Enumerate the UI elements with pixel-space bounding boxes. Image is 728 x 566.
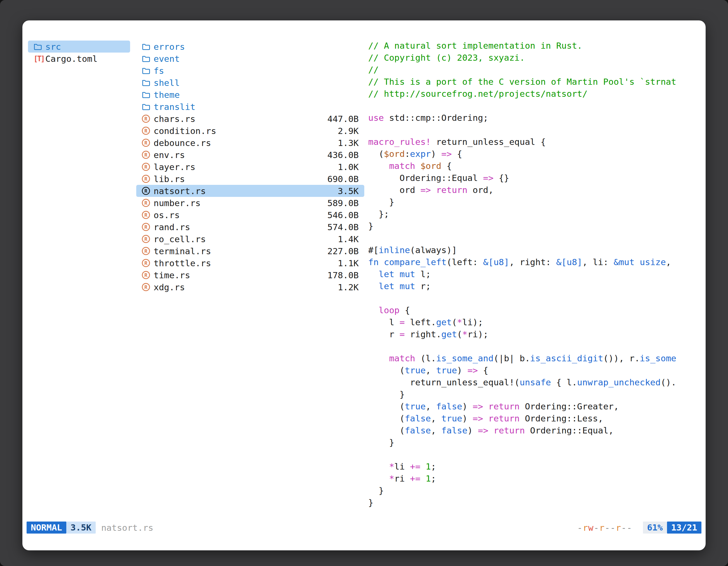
code-line: // (368, 65, 700, 77)
code-token (421, 461, 426, 471)
code-line (368, 449, 700, 461)
entry-name: src (45, 42, 61, 52)
entry-size: 3.5K (338, 186, 359, 196)
code-token: unwrap_unchecked (577, 377, 661, 387)
rust-file-icon: R (142, 271, 150, 279)
code-token: * (462, 329, 468, 339)
entry-name: ro_cell.rs (154, 234, 206, 244)
code-token: l (368, 317, 400, 327)
entry-name: rand.rs (154, 222, 190, 232)
code-line: }; (368, 209, 700, 221)
code-token: , (426, 365, 436, 375)
code-token: true (436, 365, 457, 375)
code-token: return (436, 185, 468, 195)
folder-row[interactable]: event (136, 53, 364, 65)
code-token: 1 (426, 473, 431, 483)
code-token: { (400, 305, 410, 315)
code-token: is_ascii_digit (530, 353, 603, 363)
code-token: $ord (421, 161, 442, 171)
code-token: => (483, 173, 494, 183)
code-token: += (410, 461, 420, 471)
code-token: inline (379, 245, 410, 255)
entry-name: Cargo.toml (45, 54, 98, 64)
file-row[interactable]: Rrand.rs574.0B (136, 221, 364, 233)
file-row[interactable]: Rro_cell.rs1.4K (136, 233, 364, 245)
code-token (379, 257, 384, 267)
code-token: => (478, 425, 488, 435)
code-token: r; (415, 281, 431, 291)
code-token (368, 161, 389, 171)
folder-row[interactable]: fs (136, 65, 364, 77)
entry-name: terminal.rs (154, 246, 211, 256)
file-row[interactable]: Renv.rs436.0B (136, 149, 364, 161)
entry-name: fs (154, 66, 164, 76)
code-token: ord (368, 185, 421, 195)
permissions-text: -rw-r--r-- (577, 523, 632, 533)
code-token: = (400, 317, 405, 327)
file-row[interactable]: Rnatsort.rs3.5K (136, 185, 364, 197)
code-token: } (368, 197, 394, 207)
entry-icon-slot: R (142, 235, 154, 243)
status-bar: NORMAL 3.5K natsort.rs -rw-r--r-- 61% 13… (27, 522, 701, 534)
code-token: ()), r. (603, 353, 640, 363)
code-line: macro_rules! return_unless_equal { (368, 137, 700, 149)
entry-size: 546.0B (327, 210, 359, 220)
folder-row[interactable]: theme (136, 89, 364, 101)
code-line: loop { (368, 305, 700, 317)
code-line: *ri += 1; (368, 473, 700, 485)
file-row[interactable]: Rthrottle.rs1.1K (136, 257, 364, 269)
code-token: // http://sourcefrog.net/projects/natsor… (368, 89, 588, 99)
file-row[interactable]: Rterminal.rs227.0B (136, 245, 364, 257)
code-token: } (368, 497, 374, 508)
code-line: let mut l; (368, 269, 700, 281)
code-token: += (410, 473, 420, 483)
entry-name: translit (154, 102, 195, 112)
code-token (368, 461, 389, 471)
permission-char: - (605, 523, 610, 533)
file-row[interactable]: Rcondition.rs2.9K (136, 125, 364, 137)
code-token: #[ (368, 245, 379, 255)
code-line: r = right.get(*ri); (368, 329, 700, 341)
rust-file-icon: R (142, 259, 150, 267)
permission-char: - (610, 523, 616, 533)
code-token: // Copyright (c) 2023, sxyazi. (368, 53, 525, 63)
entry-icon-slot: R (142, 271, 154, 279)
code-token: return_unless_equal!( (368, 377, 520, 387)
file-row[interactable]: Rxdg.rs1.2K (136, 281, 364, 293)
code-token: Ordering::Greater, (520, 401, 619, 411)
file-row[interactable]: Rchars.rs447.0B (136, 113, 364, 125)
folder-row[interactable]: shell (136, 77, 364, 89)
code-token: use (368, 113, 384, 123)
file-row[interactable]: Rnumber.rs589.0B (136, 197, 364, 209)
code-token: (|b| b. (494, 353, 530, 363)
code-line: let mut r; (368, 281, 700, 293)
file-row[interactable]: Rlayer.rs1.0K (136, 161, 364, 173)
entry-icon-slot: [T] (34, 55, 45, 63)
code-token: is_some_and (436, 353, 494, 363)
file-row[interactable]: Rtime.rs178.0B (136, 269, 364, 281)
code-line: (true, false) => return Ordering::Greate… (368, 401, 700, 413)
entry-name: time.rs (154, 270, 190, 280)
code-token: get (436, 317, 452, 327)
file-row[interactable]: Ros.rs546.0B (136, 209, 364, 221)
entry-icon-slot (142, 67, 154, 74)
rust-file-icon: R (142, 127, 150, 135)
code-token: , (431, 413, 441, 423)
code-line: #[inline(always)] (368, 245, 700, 257)
code-token: } (368, 485, 384, 495)
code-line: use std::cmp::Ordering; (368, 113, 700, 125)
entry-icon-slot: R (142, 175, 154, 183)
file-row[interactable]: [T]Cargo.toml (28, 53, 130, 65)
code-line: Ordering::Equal => {} (368, 173, 700, 185)
entry-icon-slot (142, 43, 154, 50)
folder-row[interactable]: src (28, 41, 130, 53)
folder-row[interactable]: translit (136, 101, 364, 113)
code-token: fn (368, 257, 379, 267)
code-token (635, 257, 640, 267)
folder-row[interactable]: errors (136, 41, 364, 53)
code-token: return_unless_equal { (431, 137, 546, 147)
file-row[interactable]: Rdebounce.rs1.3K (136, 137, 364, 149)
code-line: return_unless_equal!(unsafe { l.unwrap_u… (368, 377, 700, 389)
file-row[interactable]: Rlib.rs690.0B (136, 173, 364, 185)
code-token: { (452, 149, 462, 159)
